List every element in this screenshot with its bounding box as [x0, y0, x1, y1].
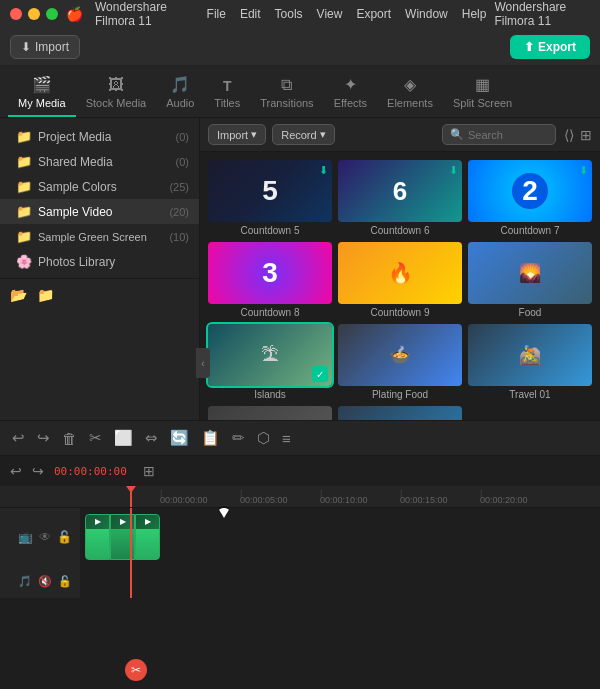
media-grid: 5 ⬇ Countdown 5 6 ⬇ Countdown 6 — [200, 152, 600, 420]
minimize-button[interactable] — [28, 8, 40, 20]
media-import-button[interactable]: Import ▾ — [208, 124, 266, 145]
tab-effects-label: Effects — [334, 97, 367, 109]
motion-button[interactable]: ✏ — [232, 429, 245, 447]
menu-export[interactable]: Export — [356, 7, 391, 21]
folder-icon-3: 📁 — [16, 179, 32, 194]
photos-icon: 🌸 — [16, 254, 32, 269]
filter-icon[interactable]: ⟨⟩ — [564, 127, 574, 143]
crop-button[interactable]: ⬜ — [114, 429, 133, 447]
media-item-countdown8[interactable]: 3 Countdown 8 — [208, 242, 332, 318]
audio-track-content[interactable] — [80, 566, 600, 598]
stabilize-button[interactable]: 📋 — [201, 429, 220, 447]
tab-split-screen[interactable]: ▦ Split Screen — [443, 69, 522, 117]
media-thumb-bike1: 🚴 — [208, 406, 332, 420]
media-item-food[interactable]: 🌄 Food — [468, 242, 592, 318]
media-item-countdown5[interactable]: 5 ⬇ Countdown 5 — [208, 160, 332, 236]
sidebar-item-project-media[interactable]: 📁 Project Media (0) — [0, 124, 199, 149]
timeline-undo-icon[interactable]: ↩ — [10, 463, 22, 479]
menu-edit[interactable]: Edit — [240, 7, 261, 21]
tab-my-media-icon: 🎬 — [32, 75, 52, 94]
menu-window[interactable]: Window — [405, 7, 448, 21]
speed-button[interactable]: ⇔ — [145, 429, 158, 447]
cut-button[interactable]: ✂ — [89, 429, 102, 447]
video-clip-3[interactable]: ▶ — [135, 514, 160, 560]
folder-icon: 📁 — [16, 129, 32, 144]
video-track-icon[interactable]: 📺 — [18, 530, 33, 544]
delete-button[interactable]: 🗑 — [62, 430, 77, 447]
sidebar-item-sample-colors[interactable]: 📁 Sample Colors (25) — [0, 174, 199, 199]
audio-track-controls: 🎵 🔇 🔓 — [0, 566, 80, 598]
video-visibility-icon[interactable]: 👁 — [39, 530, 51, 544]
media-item-countdown7[interactable]: 2 ⬇ Countdown 7 — [468, 160, 592, 236]
tab-elements-icon: ◈ — [404, 75, 416, 94]
tab-my-media[interactable]: 🎬 My Media — [8, 69, 76, 117]
new-folder-icon[interactable]: 📁 — [37, 287, 54, 303]
sidebar-count-project-media: (0) — [176, 131, 189, 143]
audio-mute-icon[interactable]: 🔇 — [38, 575, 52, 588]
media-item-islands[interactable]: 🏝 ✓ Islands — [208, 324, 332, 400]
video-clip-1[interactable]: ▶ — [85, 514, 110, 560]
media-item-plating-food[interactable]: 🍲 Plating Food — [338, 324, 462, 400]
media-record-button[interactable]: Record ▾ — [272, 124, 334, 145]
color-button[interactable]: 🔄 — [170, 429, 189, 447]
undo-button[interactable]: ↩ — [12, 429, 25, 447]
media-item-travel01[interactable]: 🚵 Travel 01 — [468, 324, 592, 400]
tab-elements[interactable]: ◈ Elements — [377, 69, 443, 117]
fullscreen-button[interactable] — [46, 8, 58, 20]
audio-lock-icon[interactable]: 🔓 — [58, 575, 72, 588]
grid-view-icon[interactable]: ⊞ — [580, 127, 592, 143]
media-item-countdown6[interactable]: 6 ⬇ Countdown 6 — [338, 160, 462, 236]
media-label-islands: Islands — [208, 389, 332, 400]
close-button[interactable] — [10, 8, 22, 20]
export-button[interactable]: ⬆ Export — [510, 35, 590, 59]
media-item-countdown9[interactable]: 🔥 Countdown 9 — [338, 242, 462, 318]
sidebar-label-sample-colors: Sample Colors — [38, 180, 163, 194]
app-name-left: Wondershare Filmora 11 — [95, 0, 191, 28]
sidebar-item-sample-green-screen[interactable]: 📁 Sample Green Screen (10) — [0, 224, 199, 249]
media-thumb-countdown6: 6 ⬇ — [338, 160, 462, 222]
audio-track-icon[interactable]: 🎵 — [18, 575, 32, 588]
sidebar-item-photos-library[interactable]: 🌸 Photos Library — [0, 249, 199, 274]
redo-button[interactable]: ↪ — [37, 429, 50, 447]
menu-help[interactable]: Help — [462, 7, 487, 21]
add-track-icon[interactable]: ⊞ — [143, 463, 155, 479]
nav-tabs: 🎬 My Media 🖼 Stock Media 🎵 Audio T Title… — [0, 66, 600, 118]
sidebar-item-sample-video[interactable]: 📁 Sample Video (20) — [0, 199, 199, 224]
sidebar-item-shared-media[interactable]: 📁 Shared Media (0) — [0, 149, 199, 174]
video-lock-icon[interactable]: 🔓 — [57, 530, 72, 544]
scissors-icon: ✂ — [131, 663, 141, 677]
menu-view[interactable]: View — [317, 7, 343, 21]
download-icon-countdown7: ⬇ — [579, 164, 588, 177]
sidebar-collapse-button[interactable]: ‹ — [196, 348, 210, 378]
search-input[interactable] — [468, 129, 548, 141]
download-icon-countdown6: ⬇ — [449, 164, 458, 177]
media-item-bike1[interactable]: 🚴 — [208, 406, 332, 420]
menu-tools[interactable]: Tools — [275, 7, 303, 21]
sidebar-count-shared-media: (0) — [176, 156, 189, 168]
more-button[interactable]: ≡ — [282, 430, 291, 447]
mask-button[interactable]: ⬡ — [257, 429, 270, 447]
import-icon: ⬇ — [21, 40, 31, 54]
media-item-bike2[interactable]: 🚵 — [338, 406, 462, 420]
menu-file[interactable]: File — [207, 7, 226, 21]
add-folder-icon[interactable]: 📂 — [10, 287, 27, 303]
tab-elements-label: Elements — [387, 97, 433, 109]
sidebar-label-project-media: Project Media — [38, 130, 170, 144]
tab-stock-media[interactable]: 🖼 Stock Media — [76, 70, 157, 117]
import-button[interactable]: ⬇ Import — [10, 35, 80, 59]
tab-audio-label: Audio — [166, 97, 194, 109]
tab-titles[interactable]: T Titles — [204, 72, 250, 117]
tab-titles-label: Titles — [214, 97, 240, 109]
search-box[interactable]: 🔍 — [442, 124, 556, 145]
video-track-content[interactable]: ▶ ▶ ▶ — [80, 508, 600, 566]
tab-transitions[interactable]: ⧉ Transitions — [250, 70, 323, 117]
video-track: 📺 👁 🔓 ▶ ▶ — [0, 508, 600, 566]
tab-audio[interactable]: 🎵 Audio — [156, 69, 204, 117]
edit-toolbar: ↩ ↪ 🗑 ✂ ⬜ ⇔ 🔄 📋 ✏ ⬡ ≡ — [0, 420, 600, 456]
tab-effects[interactable]: ✦ Effects — [324, 69, 377, 117]
timeline-controls: ↩ ↪ 00:00:00:00 ⊞ — [0, 456, 600, 486]
search-icon: 🔍 — [450, 128, 464, 141]
media-toolbar: Import ▾ Record ▾ 🔍 ⟨⟩ ⊞ — [200, 118, 600, 152]
tab-transitions-icon: ⧉ — [281, 76, 292, 94]
timeline-redo-icon[interactable]: ↪ — [32, 463, 44, 479]
